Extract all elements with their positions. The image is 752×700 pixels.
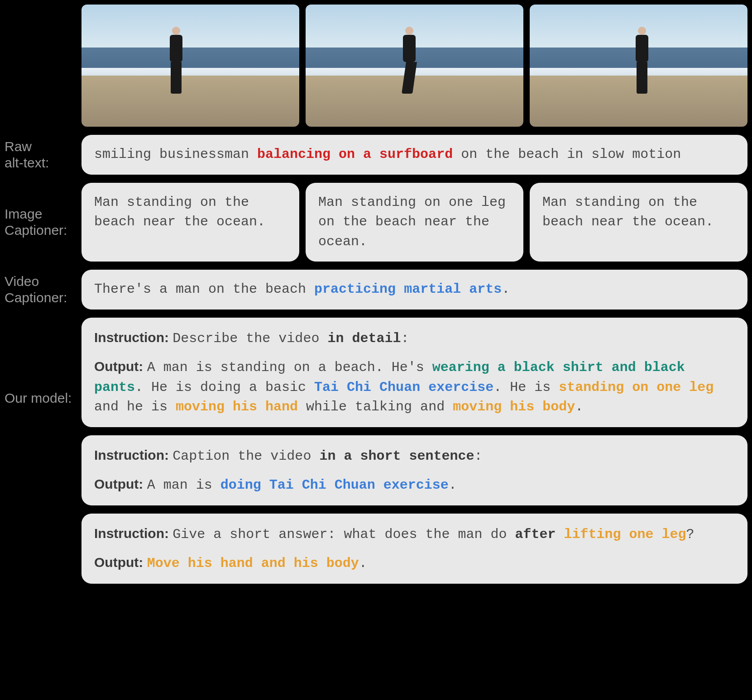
instruction-text-bold: in detail (327, 331, 401, 346)
output-segment: moving his hand (176, 399, 298, 414)
image-caption-2: Man standing on one leg on the beach nea… (306, 183, 523, 262)
raw-alt-post: on the beach in slow motion (453, 147, 681, 162)
output-segment: A man is (147, 477, 220, 493)
output-line: Output: A man is doing Tai Chi Chuan exe… (94, 474, 735, 495)
instruction-text-pre: Caption the video (172, 448, 319, 464)
video-caption-bubble: There's a man on the beach practicing ma… (81, 270, 747, 310)
output-segment: standing on one leg (559, 380, 714, 395)
raw-alt-bubble: smiling businessman balancing on a surfb… (81, 135, 747, 175)
instruction-text-post: : (401, 331, 409, 346)
our-model-content: Instruction: Describe the video in detai… (81, 318, 747, 584)
our-model-bubble-3: Instruction: Give a short answer: what d… (81, 514, 747, 584)
raw-alt-pre: smiling businessman (94, 147, 257, 162)
video-frame-1 (81, 5, 299, 127)
image-caption-3: Man standing on the beach near the ocean… (530, 183, 747, 262)
output-label: Output: (94, 476, 147, 491)
instruction-text-post: ? (686, 527, 695, 542)
instruction-label: Instruction: (94, 330, 172, 345)
video-cap-pre: There's a man on the beach (94, 281, 314, 297)
our-model-bubble-2: Instruction: Caption the video in a shor… (81, 435, 747, 505)
image-captioner-content: Man standing on the beach near the ocean… (81, 183, 747, 262)
instruction-line: Instruction: Caption the video in a shor… (94, 445, 735, 467)
video-frames-row (5, 5, 747, 127)
image-captioner-label: Image Captioner: (5, 206, 81, 238)
raw-alt-highlight: balancing on a surfboard (257, 147, 453, 162)
output-segment: Move his hand and his body (147, 556, 359, 571)
output-label: Output: (94, 359, 147, 374)
our-model-label: Our model: (5, 390, 81, 406)
output-segment: doing Tai Chi Chuan exercise (220, 477, 449, 493)
raw-alt-label: Raw alt-text: (5, 138, 81, 171)
raw-alt-row: Raw alt-text: smiling businessman balanc… (5, 135, 747, 175)
output-line: Output: Move his hand and his body. (94, 552, 735, 574)
instruction-text-orange: lifting one leg (564, 527, 686, 542)
video-cap-highlight: practicing martial arts (314, 281, 502, 297)
output-segment: and he is (94, 399, 176, 414)
video-cap-post: . (502, 281, 510, 297)
instruction-line: Instruction: Describe the video in detai… (94, 328, 735, 349)
video-frame-3 (530, 5, 747, 127)
our-model-bubble-1: Instruction: Describe the video in detai… (81, 318, 747, 427)
output-segment: A man is standing on a beach. He's (147, 360, 432, 375)
output-line: Output: A man is standing on a beach. He… (94, 357, 735, 417)
instruction-line: Instruction: Give a short answer: what d… (94, 524, 735, 545)
our-model-row: Our model: Instruction: Describe the vid… (5, 318, 747, 584)
instruction-label: Instruction: (94, 526, 172, 541)
instruction-label: Instruction: (94, 448, 172, 462)
instruction-text-post: : (474, 448, 482, 464)
output-segment: . (449, 477, 457, 493)
instruction-text-bold: in a short sentence (319, 448, 474, 464)
output-segment: . He is (493, 380, 559, 395)
output-segment: moving his body (453, 399, 575, 414)
frames-container (81, 5, 747, 127)
raw-alt-content: smiling businessman balancing on a surfb… (81, 135, 747, 175)
instruction-text-pre: Describe the video (172, 331, 327, 346)
output-segment: while talking and (298, 399, 453, 414)
instruction-text-bold: after (515, 527, 564, 542)
image-captioner-row: Image Captioner: Man standing on the bea… (5, 183, 747, 262)
video-frame-2 (306, 5, 523, 127)
image-caption-1: Man standing on the beach near the ocean… (81, 183, 299, 262)
output-segment: . He is doing a basic (135, 380, 314, 395)
video-captioner-row: Video Captioner: There's a man on the be… (5, 270, 747, 310)
video-captioner-content: There's a man on the beach practicing ma… (81, 270, 747, 310)
output-segment: . (575, 399, 583, 414)
output-segment: . (359, 556, 367, 571)
instruction-text-pre: Give a short answer: what does the man d… (172, 527, 515, 542)
output-label: Output: (94, 555, 147, 570)
output-segment: Tai Chi Chuan exercise (314, 380, 493, 395)
video-captioner-label: Video Captioner: (5, 273, 81, 306)
